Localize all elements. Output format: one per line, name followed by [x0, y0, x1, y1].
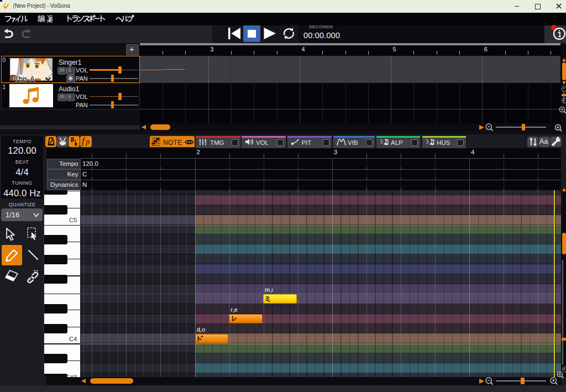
svg-text:Chis-A: Chis-A [14, 75, 35, 83]
